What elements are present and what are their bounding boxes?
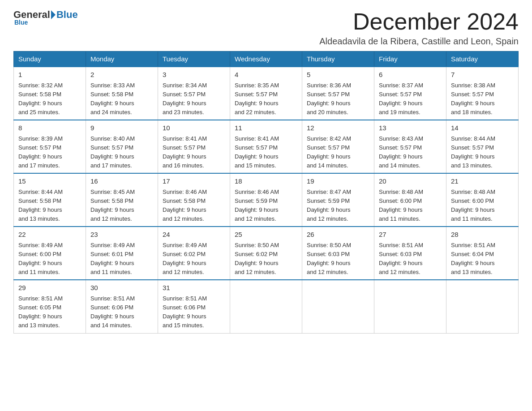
day-number: 12 <box>307 123 369 133</box>
day-info: Sunrise: 8:51 AMSunset: 6:05 PMDaylight:… <box>18 294 81 330</box>
day-info: Sunrise: 8:33 AMSunset: 5:58 PMDaylight:… <box>90 81 153 117</box>
day-number: 19 <box>307 176 369 187</box>
day-info: Sunrise: 8:41 AMSunset: 5:57 PMDaylight:… <box>235 134 297 171</box>
calendar-cell: 25Sunrise: 8:50 AMSunset: 6:02 PMDayligh… <box>230 227 302 280</box>
day-info: Sunrise: 8:47 AMSunset: 5:59 PMDaylight:… <box>307 188 369 224</box>
calendar-cell <box>446 280 519 333</box>
day-info: Sunrise: 8:49 AMSunset: 6:00 PMDaylight:… <box>18 241 81 277</box>
day-number: 8 <box>18 123 81 133</box>
calendar-cell: 8Sunrise: 8:39 AMSunset: 5:57 PMDaylight… <box>14 120 86 173</box>
day-number: 13 <box>379 123 442 133</box>
calendar-cell <box>374 280 446 333</box>
day-number: 14 <box>451 123 514 133</box>
day-info: Sunrise: 8:42 AMSunset: 5:57 PMDaylight:… <box>307 134 369 171</box>
calendar-cell: 10Sunrise: 8:41 AMSunset: 5:57 PMDayligh… <box>158 120 230 173</box>
calendar-cell: 13Sunrise: 8:43 AMSunset: 5:57 PMDayligh… <box>374 120 446 173</box>
weekday-header-monday: Monday <box>86 51 158 67</box>
day-number: 5 <box>307 70 369 80</box>
day-number: 15 <box>18 176 81 187</box>
day-number: 21 <box>451 176 514 187</box>
calendar-cell: 16Sunrise: 8:45 AMSunset: 5:58 PMDayligh… <box>86 173 158 227</box>
calendar-cell: 29Sunrise: 8:51 AMSunset: 6:05 PMDayligh… <box>14 280 86 333</box>
day-number: 20 <box>379 176 442 187</box>
day-number: 25 <box>235 230 297 240</box>
week-row-5: 29Sunrise: 8:51 AMSunset: 6:05 PMDayligh… <box>14 280 519 333</box>
day-number: 9 <box>90 123 153 133</box>
calendar-cell: 3Sunrise: 8:34 AMSunset: 5:57 PMDaylight… <box>158 67 230 120</box>
month-title: December 2024 <box>319 9 519 34</box>
header: General Blue Blue December 2024 Aldeadav… <box>13 9 519 47</box>
day-info: Sunrise: 8:41 AMSunset: 5:57 PMDaylight:… <box>163 134 225 171</box>
day-info: Sunrise: 8:48 AMSunset: 6:00 PMDaylight:… <box>379 188 442 224</box>
day-number: 17 <box>163 176 225 187</box>
weekday-header-wednesday: Wednesday <box>230 51 302 67</box>
week-row-1: 1Sunrise: 8:32 AMSunset: 5:58 PMDaylight… <box>14 67 519 120</box>
calendar-cell: 18Sunrise: 8:46 AMSunset: 5:59 PMDayligh… <box>230 173 302 227</box>
weekday-header-friday: Friday <box>374 51 446 67</box>
day-info: Sunrise: 8:35 AMSunset: 5:57 PMDaylight:… <box>235 81 297 117</box>
logo-triangle-icon <box>51 10 56 19</box>
day-number: 24 <box>163 230 225 240</box>
day-number: 16 <box>90 176 153 187</box>
calendar-cell: 27Sunrise: 8:51 AMSunset: 6:03 PMDayligh… <box>374 227 446 280</box>
day-info: Sunrise: 8:37 AMSunset: 5:57 PMDaylight:… <box>379 81 442 117</box>
calendar-cell: 2Sunrise: 8:33 AMSunset: 5:58 PMDaylight… <box>86 67 158 120</box>
day-number: 23 <box>90 230 153 240</box>
week-row-2: 8Sunrise: 8:39 AMSunset: 5:57 PMDaylight… <box>14 120 519 173</box>
logo: General Blue Blue <box>13 9 78 26</box>
day-number: 2 <box>90 70 153 80</box>
day-info: Sunrise: 8:39 AMSunset: 5:57 PMDaylight:… <box>18 134 81 171</box>
day-number: 10 <box>163 123 225 133</box>
day-info: Sunrise: 8:51 AMSunset: 6:06 PMDaylight:… <box>90 294 153 330</box>
weekday-header-saturday: Saturday <box>446 51 519 67</box>
weekday-header-row: SundayMondayTuesdayWednesdayThursdayFrid… <box>14 51 519 67</box>
day-info: Sunrise: 8:46 AMSunset: 5:59 PMDaylight:… <box>235 188 297 224</box>
day-info: Sunrise: 8:51 AMSunset: 6:04 PMDaylight:… <box>451 241 514 277</box>
day-info: Sunrise: 8:46 AMSunset: 5:58 PMDaylight:… <box>163 188 225 224</box>
logo-underline: Blue <box>14 19 78 26</box>
calendar-cell: 26Sunrise: 8:50 AMSunset: 6:03 PMDayligh… <box>302 227 374 280</box>
day-info: Sunrise: 8:49 AMSunset: 6:01 PMDaylight:… <box>90 241 153 277</box>
calendar-cell: 5Sunrise: 8:36 AMSunset: 5:57 PMDaylight… <box>302 67 374 120</box>
day-info: Sunrise: 8:38 AMSunset: 5:57 PMDaylight:… <box>451 81 514 117</box>
day-info: Sunrise: 8:51 AMSunset: 6:03 PMDaylight:… <box>379 241 442 277</box>
calendar-cell: 24Sunrise: 8:49 AMSunset: 6:02 PMDayligh… <box>158 227 230 280</box>
day-number: 30 <box>90 283 153 293</box>
calendar-cell: 11Sunrise: 8:41 AMSunset: 5:57 PMDayligh… <box>230 120 302 173</box>
day-number: 26 <box>307 230 369 240</box>
day-number: 4 <box>235 70 297 80</box>
calendar-cell <box>230 280 302 333</box>
day-info: Sunrise: 8:51 AMSunset: 6:06 PMDaylight:… <box>163 294 225 330</box>
day-number: 22 <box>18 230 81 240</box>
day-number: 18 <box>235 176 297 187</box>
calendar-cell: 31Sunrise: 8:51 AMSunset: 6:06 PMDayligh… <box>158 280 230 333</box>
day-number: 3 <box>163 70 225 80</box>
weekday-header-sunday: Sunday <box>14 51 86 67</box>
day-info: Sunrise: 8:44 AMSunset: 5:58 PMDaylight:… <box>18 188 81 224</box>
calendar-cell: 7Sunrise: 8:38 AMSunset: 5:57 PMDaylight… <box>446 67 519 120</box>
day-number: 27 <box>379 230 442 240</box>
day-info: Sunrise: 8:50 AMSunset: 6:03 PMDaylight:… <box>307 241 369 277</box>
calendar-cell: 1Sunrise: 8:32 AMSunset: 5:58 PMDaylight… <box>14 67 86 120</box>
calendar-cell: 28Sunrise: 8:51 AMSunset: 6:04 PMDayligh… <box>446 227 519 280</box>
day-info: Sunrise: 8:34 AMSunset: 5:57 PMDaylight:… <box>163 81 225 117</box>
weekday-header-thursday: Thursday <box>302 51 374 67</box>
day-info: Sunrise: 8:32 AMSunset: 5:58 PMDaylight:… <box>18 81 81 117</box>
calendar-cell: 12Sunrise: 8:42 AMSunset: 5:57 PMDayligh… <box>302 120 374 173</box>
day-number: 11 <box>235 123 297 133</box>
day-info: Sunrise: 8:43 AMSunset: 5:57 PMDaylight:… <box>379 134 442 171</box>
calendar-cell: 6Sunrise: 8:37 AMSunset: 5:57 PMDaylight… <box>374 67 446 120</box>
calendar-cell: 30Sunrise: 8:51 AMSunset: 6:06 PMDayligh… <box>86 280 158 333</box>
day-number: 7 <box>451 70 514 80</box>
day-info: Sunrise: 8:36 AMSunset: 5:57 PMDaylight:… <box>307 81 369 117</box>
calendar-cell: 23Sunrise: 8:49 AMSunset: 6:01 PMDayligh… <box>86 227 158 280</box>
day-info: Sunrise: 8:45 AMSunset: 5:58 PMDaylight:… <box>90 188 153 224</box>
location-title: Aldeadavila de la Ribera, Castille and L… <box>319 36 519 47</box>
week-row-4: 22Sunrise: 8:49 AMSunset: 6:00 PMDayligh… <box>14 227 519 280</box>
week-row-3: 15Sunrise: 8:44 AMSunset: 5:58 PMDayligh… <box>14 173 519 227</box>
day-number: 28 <box>451 230 514 240</box>
calendar-cell: 4Sunrise: 8:35 AMSunset: 5:57 PMDaylight… <box>230 67 302 120</box>
calendar-cell <box>302 280 374 333</box>
day-info: Sunrise: 8:48 AMSunset: 6:00 PMDaylight:… <box>451 188 514 224</box>
day-info: Sunrise: 8:40 AMSunset: 5:57 PMDaylight:… <box>90 134 153 171</box>
